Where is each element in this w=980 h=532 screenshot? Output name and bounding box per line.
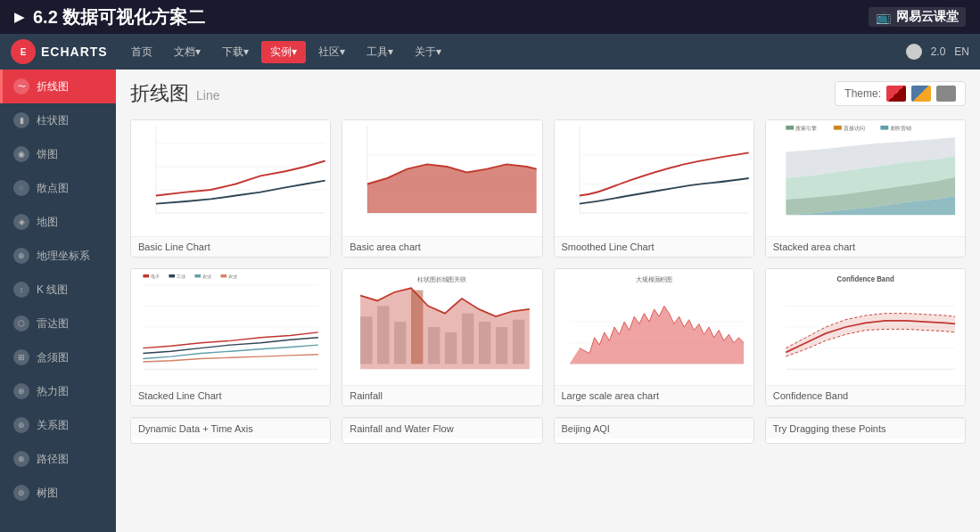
svg-rect-0: [131, 120, 330, 236]
chart-svg-basic-line: [131, 120, 330, 236]
logo-icon: E: [11, 39, 36, 64]
chart-card-aqi[interactable]: Beijing AQI: [554, 417, 754, 444]
svg-rect-18: [786, 126, 794, 130]
linechart-icon: 〜: [13, 78, 29, 94]
chart-card-dragging[interactable]: Try Dragging these Points: [765, 417, 966, 444]
nav-home[interactable]: 首页: [122, 41, 161, 63]
chart-preview-basic-area: [342, 120, 541, 236]
sidebar-label-lines: 路径图: [37, 452, 69, 467]
chart-card-dynamic[interactable]: Dynamic Data + Time Axis: [130, 417, 331, 444]
sidebar-item-piechart[interactable]: ◉ 饼图: [0, 137, 116, 171]
nav-download[interactable]: 下载▾: [213, 41, 258, 63]
sidebar-label-piechart: 饼图: [37, 147, 58, 162]
navbar: E ECHARTS 首页 文档▾ 下载▾ 实例▾ 社区▾ 工具▾ 关于▾ 2.0…: [0, 34, 980, 70]
radar-icon: ⬡: [13, 315, 29, 331]
chart-grid-row3: Dynamic Data + Time Axis Rainfall and Wa…: [130, 417, 966, 444]
main-layout: 〜 折线图 ▮ 柱状图 ◉ 饼图 ⁘ 散点图 ◈ 地图 ⊕ 地理坐标系 ↕ K …: [0, 70, 980, 532]
nav-docs[interactable]: 文档▾: [165, 41, 210, 63]
sidebar-label-barchart: 柱状图: [37, 113, 69, 128]
content-header: 折线图 Line Theme:: [130, 80, 966, 107]
chart-preview-rainfall: 柱状图折线图关联: [342, 269, 541, 385]
svg-rect-12: [555, 120, 754, 236]
chart-card-stacked-area[interactable]: 搜索引擎 直接访问 邮件营销: [765, 119, 966, 258]
map-icon: ◈: [13, 214, 29, 230]
github-icon[interactable]: [906, 44, 922, 60]
chart-svg-smoothed: [555, 120, 754, 236]
chart-svg-stacked-line: 电子 工业 农业 农业: [131, 269, 330, 385]
heatmap-icon: ⊛: [13, 383, 29, 399]
chart-svg-basic-area: [342, 120, 541, 236]
sidebar-label-kline: K 线图: [37, 282, 68, 298]
boxplot-icon: ⊞: [13, 349, 29, 365]
chart-preview-confidence: Confidence Band: [766, 269, 965, 385]
sidebar-label-graph: 关系图: [37, 418, 69, 433]
sidebar-item-tree[interactable]: ⊜ 树图: [0, 476, 116, 510]
lang-label: EN: [954, 45, 969, 58]
chart-label-stacked-area: Stacked area chart: [766, 236, 965, 257]
chart-svg-stacked-area: 搜索引擎 直接访问 邮件营销: [766, 120, 965, 236]
chart-label-rainfall: Rainfall: [342, 385, 541, 405]
chart-card-smoothed[interactable]: Smoothed Line Chart: [554, 119, 754, 258]
chart-card-confidence[interactable]: Confidence Band: [765, 268, 966, 406]
chart-card-basic-line[interactable]: Basic Line Chart: [130, 119, 331, 258]
chart-label-aqi: Beijing AQI: [555, 418, 754, 438]
title-main: 折线图: [130, 80, 189, 107]
sidebar-label-tree: 树图: [37, 486, 58, 501]
version-label: 2.0: [931, 45, 946, 58]
chart-card-basic-area[interactable]: Basic area chart: [342, 119, 542, 258]
brand-icon: 📺: [876, 10, 891, 24]
sidebar-item-lines[interactable]: ⊗ 路径图: [0, 442, 116, 476]
sidebar-label-map: 地图: [37, 215, 58, 230]
kline-icon: ↕: [13, 282, 29, 298]
chart-preview-smoothed: [555, 120, 754, 236]
svg-text:电子: 电子: [151, 274, 160, 279]
sidebar-item-barchart[interactable]: ▮ 柱状图: [0, 103, 116, 137]
chart-label-basic-area: Basic area chart: [342, 236, 541, 257]
sidebar-item-map[interactable]: ◈ 地图: [0, 205, 116, 239]
svg-text:Confidence Band: Confidence Band: [836, 275, 894, 283]
sidebar-item-boxplot[interactable]: ⊞ 盒须图: [0, 340, 116, 374]
chart-label-stacked-line: Stacked Line Chart: [131, 385, 330, 405]
svg-rect-20: [834, 126, 842, 130]
chart-label-large-area: Large scale area chart: [555, 385, 754, 405]
theme-label: Theme:: [844, 87, 881, 100]
theme-selector[interactable]: Theme:: [835, 81, 966, 106]
sidebar-item-linechart[interactable]: 〜 折线图: [0, 70, 116, 103]
chart-card-rainfall[interactable]: 柱状图折线图关联: [342, 268, 542, 406]
sidebar-item-geo[interactable]: ⊕ 地理坐标系: [0, 239, 116, 273]
title-sub: Line: [196, 88, 219, 102]
chart-card-large-area[interactable]: 大规模面积图 Large scale area chart: [554, 268, 754, 406]
scatter-icon: ⁘: [13, 180, 29, 196]
sidebar-item-kline[interactable]: ↕ K 线图: [0, 273, 116, 307]
brand-badge: 📺 网易云课堂: [869, 7, 966, 27]
sidebar-label-radar: 雷达图: [37, 316, 69, 331]
nav-tools[interactable]: 工具▾: [358, 41, 402, 63]
tree-icon: ⊜: [13, 485, 29, 501]
sidebar-item-heatmap[interactable]: ⊛ 热力图: [0, 374, 116, 408]
nav-about[interactable]: 关于▾: [406, 41, 450, 63]
theme-swatch-dark[interactable]: [936, 86, 956, 102]
chart-grid-row1: Basic Line Chart: [130, 119, 966, 258]
sidebar-item-scatter[interactable]: ⁘ 散点图: [0, 171, 116, 205]
chart-card-water[interactable]: Rainfall and Water Flow: [342, 417, 542, 444]
content-area: 折线图 Line Theme:: [116, 70, 980, 532]
chart-label-basic-line: Basic Line Chart: [131, 236, 330, 257]
chart-svg-confidence: Confidence Band: [766, 269, 965, 385]
svg-rect-33: [194, 274, 201, 278]
geo-icon: ⊕: [13, 248, 29, 264]
chart-svg-large-area: 大规模面积图: [555, 269, 754, 385]
nav-community[interactable]: 社区▾: [309, 41, 354, 63]
svg-text:工业: 工业: [177, 274, 185, 279]
sidebar-label-boxplot: 盒须图: [37, 350, 69, 365]
nav-examples[interactable]: 实例▾: [261, 41, 306, 63]
nav-logo: E ECHARTS: [11, 39, 108, 64]
chart-preview-large-area: 大规模面积图: [555, 269, 754, 385]
chart-card-stacked-line[interactable]: 电子 工业 农业 农业: [130, 268, 331, 406]
theme-swatch-red[interactable]: [886, 86, 906, 102]
chart-label-water: Rainfall and Water Flow: [342, 418, 541, 438]
theme-swatch-blue[interactable]: [911, 86, 931, 102]
nav-right: 2.0 EN: [906, 44, 969, 60]
chart-grid-row2: 电子 工业 农业 农业: [130, 268, 966, 406]
sidebar-item-radar[interactable]: ⬡ 雷达图: [0, 307, 116, 340]
sidebar-item-graph[interactable]: ⊚ 关系图: [0, 408, 116, 442]
